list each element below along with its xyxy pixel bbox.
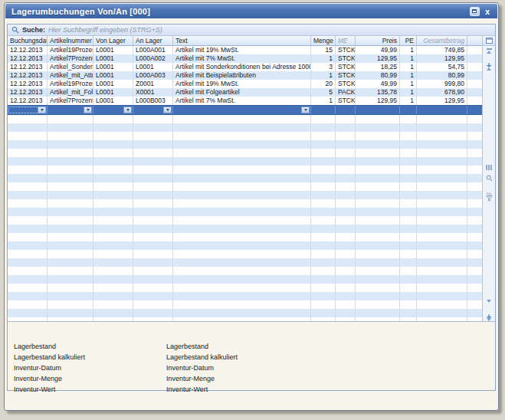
cell-text[interactable]: Artikel mit Beispielattributen — [173, 71, 311, 80]
column-header-artikelnummer[interactable]: Artikelnummer — [48, 36, 93, 45]
grid-options-button[interactable] — [483, 36, 495, 46]
empty-row[interactable] — [8, 208, 482, 216]
search-input[interactable]: Hier Suchbegriff eingeben (STRG+S) — [48, 26, 162, 34]
cell-menge[interactable]: 1 — [311, 97, 336, 105]
cell-artikelnummer[interactable]: Artikel_Sonderkondition — [48, 63, 93, 71]
cell-artikelnummer[interactable]: Artikel_mit_Folgeartikel — [48, 88, 93, 97]
filter-button[interactable] — [483, 195, 495, 202]
column-header-buchungsdatum[interactable]: Buchungsdatum — [8, 36, 48, 45]
scroll-down-button[interactable] — [483, 300, 495, 303]
cell-buchungsdatum[interactable]: 12.12.2013 — [8, 80, 48, 88]
empty-row[interactable] — [8, 123, 482, 132]
cell-filler[interactable] — [467, 97, 482, 105]
cell-artikelnummer[interactable]: Artikel7Prozent — [48, 54, 93, 63]
cell-pe[interactable]: 1 — [400, 54, 417, 63]
column-header-pe[interactable]: PE — [400, 36, 417, 45]
column-header-preis[interactable]: Preis — [356, 36, 400, 45]
empty-row[interactable] — [8, 216, 482, 225]
cell-von-lager[interactable]: L0001 — [93, 97, 133, 105]
table-row[interactable]: 12.12.2013Artikel_mit_FolgeartikelL0001X… — [8, 88, 482, 97]
empty-row[interactable] — [8, 258, 482, 267]
cell-preis[interactable]: 49,99 — [356, 46, 400, 54]
cell-von-lager[interactable]: L0001 — [93, 71, 133, 80]
cell-filler[interactable] — [467, 63, 482, 71]
empty-row[interactable] — [8, 166, 482, 174]
cell-text[interactable]: Artikel mit Folgeartikel — [173, 88, 311, 97]
cell-preis[interactable]: 49,99 — [356, 80, 400, 88]
new-row-cell-preis[interactable] — [356, 106, 400, 114]
cell-filler[interactable] — [467, 80, 482, 88]
grid-new-row[interactable] — [8, 105, 482, 115]
restore-button[interactable] — [470, 7, 480, 16]
cell-buchungsdatum[interactable]: 12.12.2013 — [8, 71, 48, 80]
cell-menge[interactable]: 15 — [311, 46, 336, 54]
new-row-cell-von-lager[interactable] — [93, 106, 133, 114]
cell-von-lager[interactable]: L0001 — [93, 88, 133, 97]
empty-row[interactable] — [8, 225, 482, 233]
empty-row[interactable] — [8, 115, 482, 123]
column-header-menge[interactable]: Menge — [311, 36, 336, 45]
cell-buchungsdatum[interactable]: 12.12.2013 — [8, 88, 48, 97]
column-header-an-lager[interactable]: An Lager — [133, 36, 173, 45]
cell-text[interactable]: Artikel mit 19% MwSt. — [173, 46, 311, 54]
empty-row[interactable] — [8, 284, 482, 292]
empty-row[interactable] — [8, 300, 482, 309]
dropdown-button[interactable] — [84, 107, 92, 113]
cell-menge[interactable]: 20 — [311, 80, 336, 88]
grid-search-button[interactable] — [483, 175, 495, 182]
empty-row[interactable] — [8, 157, 482, 166]
cell-me[interactable]: STCK — [336, 80, 356, 88]
empty-row[interactable] — [8, 275, 482, 284]
cell-text[interactable]: Artikel mit Sonderkonditionen bei Adress… — [173, 63, 311, 71]
cell-filler[interactable] — [467, 54, 482, 63]
cell-von-lager[interactable]: L0001 — [93, 46, 133, 54]
cell-buchungsdatum[interactable]: 12.12.2013 — [8, 97, 48, 105]
new-row-cell-gesamtbetrag[interactable] — [417, 106, 467, 114]
empty-row[interactable] — [8, 174, 482, 182]
cell-menge[interactable]: 3 — [311, 63, 336, 71]
empty-row[interactable] — [8, 191, 482, 199]
cell-artikelnummer[interactable]: Artikel19Prozent — [48, 46, 93, 54]
table-row[interactable]: 12.12.2013Artikel19ProzentL0001L000A001A… — [8, 46, 482, 54]
empty-row[interactable] — [8, 250, 482, 258]
new-row-cell-menge[interactable] — [311, 106, 336, 114]
cell-an-lager[interactable]: L000B003 — [133, 97, 173, 105]
scroll-up-button[interactable] — [483, 67, 495, 71]
empty-row[interactable] — [8, 199, 482, 208]
cell-gesamtbetrag[interactable]: 129,95 — [417, 54, 467, 63]
column-header-me[interactable]: ME — [336, 36, 356, 45]
cell-pe[interactable]: 1 — [400, 63, 417, 71]
cell-menge[interactable]: 1 — [311, 54, 336, 63]
new-row-cell-an-lager[interactable] — [133, 106, 173, 114]
cell-filler[interactable] — [467, 71, 482, 80]
column-header-gesamtbetrag[interactable]: Gesamtbetrag — [417, 36, 467, 45]
cell-gesamtbetrag[interactable]: 54,75 — [417, 63, 467, 71]
empty-row[interactable] — [8, 182, 482, 191]
cell-an-lager[interactable]: L0001 — [133, 63, 173, 71]
column-header-filler[interactable] — [467, 36, 482, 45]
cell-filler[interactable] — [467, 88, 482, 97]
empty-row[interactable] — [8, 309, 482, 317]
cell-preis[interactable]: 129,95 — [356, 54, 400, 63]
cell-menge[interactable]: 5 — [311, 88, 336, 97]
table-row[interactable]: 12.12.2013Artikel7ProzentL0001L000B003Ar… — [8, 97, 482, 105]
empty-row[interactable] — [8, 292, 482, 300]
empty-row[interactable] — [8, 267, 482, 275]
cell-von-lager[interactable]: L0001 — [93, 63, 133, 71]
title-bar[interactable]: Lagerumbuchungen Von/An [000] x — [5, 4, 497, 18]
cell-artikelnummer[interactable]: Artikel7Prozent — [48, 97, 93, 105]
scroll-to-top-button[interactable] — [483, 48, 495, 54]
dropdown-button[interactable] — [38, 107, 46, 113]
new-row-cell-filler[interactable] — [467, 106, 482, 114]
dropdown-button[interactable] — [163, 107, 172, 113]
cell-artikelnummer[interactable]: Artikel19Prozent — [48, 80, 93, 88]
grid-side-strip[interactable] — [482, 36, 495, 321]
cell-me[interactable]: STCK — [336, 63, 356, 71]
cell-preis[interactable]: 129,95 — [356, 97, 400, 105]
cell-gesamtbetrag[interactable]: 678,90 — [417, 88, 467, 97]
cell-pe[interactable]: 1 — [400, 71, 417, 80]
cell-buchungsdatum[interactable]: 12.12.2013 — [8, 63, 48, 71]
cell-von-lager[interactable]: L0001 — [93, 80, 133, 88]
cell-me[interactable]: STCK — [336, 46, 356, 54]
empty-row[interactable] — [8, 149, 482, 157]
